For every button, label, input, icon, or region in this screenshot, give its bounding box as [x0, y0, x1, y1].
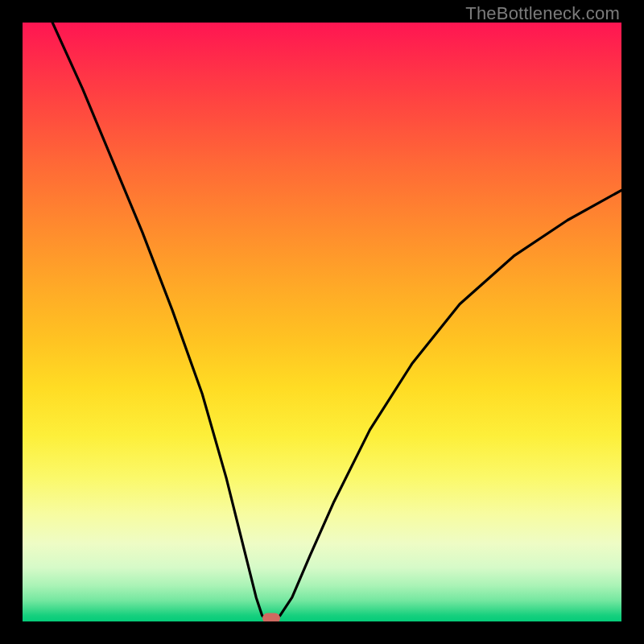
plot-area	[23, 23, 621, 621]
optimal-point-marker	[262, 613, 280, 621]
watermark-text: TheBottleneck.com	[465, 3, 620, 24]
bottleneck-curve	[23, 23, 621, 621]
chart-frame: TheBottleneck.com	[0, 0, 644, 644]
